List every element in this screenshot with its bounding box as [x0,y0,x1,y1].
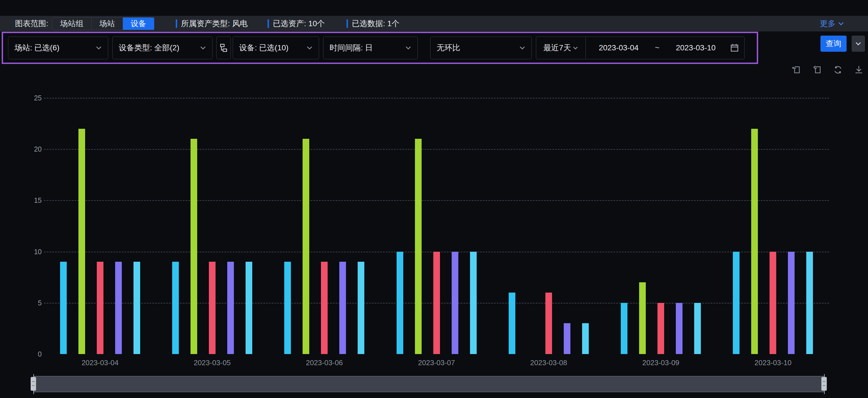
query-options-button[interactable] [851,36,865,52]
chevron-down-icon [405,46,411,50]
query-button[interactable]: 查询 [820,36,846,52]
bar [733,252,740,354]
quick-range-selector[interactable]: 最近7天 [536,37,586,59]
bar [246,262,252,354]
device-dropdown-value: 设备: 已选(10) [239,42,288,53]
accent-bar [268,20,269,28]
end-date-field[interactable]: 2023-03-10 [663,43,728,52]
device-type-dropdown-value: 设备类型: 全部(2) [119,42,179,53]
top-toolbar: 图表范围: 场站组 场站 设备 所属资产类型: 风电 已选资产: 10个 已选数… [0,16,868,31]
selected-data-label: 已选数据: 1个 [352,18,399,29]
grid-line [44,149,829,150]
more-label: 更多 [820,18,835,29]
compare-dropdown[interactable]: 无环比 [430,36,532,59]
bar [788,252,795,354]
y-axis-label: 5 [11,299,42,307]
compare-dropdown-value: 无环比 [437,42,460,53]
x-axis-label: 2023-03-05 [168,359,257,367]
chevron-down-icon [572,46,578,50]
station-dropdown[interactable]: 场站: 已选(6) [8,36,108,59]
bar [639,282,646,354]
bar [303,139,309,354]
date-range-control: 最近7天 2023-03-04 ~ 2023-03-10 [536,36,745,59]
bar [227,262,234,354]
selected-assets-label: 已选资产: 10个 [273,18,325,29]
bar [452,252,458,354]
calendar-icon[interactable] [730,43,739,52]
bar [676,303,682,354]
bar [358,262,364,354]
asset-type-label: 所属资产类型: 风电 [181,18,248,29]
bar [284,262,291,354]
more-button[interactable]: 更多 [820,16,844,31]
bar [209,262,216,354]
bar [433,252,440,354]
accent-bar [176,20,177,28]
chevron-down-icon [200,46,206,50]
x-axis-label: 2023-03-09 [616,359,705,367]
bar [172,262,179,354]
bar [79,129,85,354]
x-axis-label: 2023-03-07 [392,359,481,367]
device-tree-button[interactable] [216,36,231,59]
accent-bar [346,20,348,28]
bar [97,262,103,354]
scope-option-station-group[interactable]: 场站组 [52,18,92,30]
bar [770,252,776,354]
bar [115,262,122,354]
grid-line [44,200,829,201]
time-interval-dropdown[interactable]: 时间间隔: 日 [323,36,418,59]
selected-assets-info: 已选资产: 10个 [268,16,325,31]
bar [621,303,627,354]
scope-option-station[interactable]: 场站 [92,18,123,30]
device-type-dropdown[interactable]: 设备类型: 全部(2) [112,36,213,59]
chevron-down-icon [307,46,313,50]
bar [133,262,140,354]
filter-bar-highlighted: 场站: 已选(6) 设备类型: 全部(2) 设备: 已选(10) 时间间隔: 日… [2,32,758,64]
bar [657,303,664,354]
asset-type-info: 所属资产类型: 风电 [176,16,248,31]
y-axis-label: 15 [11,196,42,205]
chevron-down-icon [838,22,844,26]
bar [397,252,403,354]
bar-chart: 05101520252023-03-042023-03-052023-03-06… [0,64,868,398]
x-axis-label: 2023-03-06 [280,359,369,367]
station-dropdown-value: 场站: 已选(6) [14,42,60,53]
bar [751,129,758,354]
scope-option-device[interactable]: 设备 [123,18,154,30]
chart-scope-label: 图表范围: [15,16,49,31]
quick-range-value: 最近7天 [544,42,571,53]
x-axis-label: 2023-03-10 [728,359,817,367]
datazoom-slider[interactable] [33,376,825,392]
y-axis-label: 20 [11,145,42,153]
chevron-down-icon [855,42,861,45]
bar [190,139,197,354]
handle-grip [821,377,827,391]
device-dropdown[interactable]: 设备: 已选(10) [233,36,319,59]
y-axis-label: 10 [11,248,42,256]
scope-segmented-control: 场站组 场站 设备 [52,17,154,30]
selected-data-info: 已选数据: 1个 [346,16,399,31]
start-date-field[interactable]: 2023-03-04 [586,43,652,52]
bar [582,323,589,354]
bar [321,262,328,354]
grid-line [44,98,829,98]
date-separator: ~ [652,43,663,52]
time-interval-dropdown-value: 时间间隔: 日 [330,42,373,53]
top-strip [0,0,868,16]
bar [546,293,552,354]
bar [339,262,346,354]
x-axis-label: 2023-03-08 [504,359,593,367]
y-axis-label: 25 [11,94,42,102]
bar [470,252,477,354]
bar [509,293,515,354]
bar [806,252,813,354]
chevron-down-icon [96,46,102,50]
chevron-down-icon [519,46,525,50]
handle-grip [31,377,36,391]
x-axis-label: 2023-03-04 [56,359,145,367]
bar [694,303,701,354]
bar [60,262,67,354]
bar [415,139,422,354]
bar [564,323,570,354]
